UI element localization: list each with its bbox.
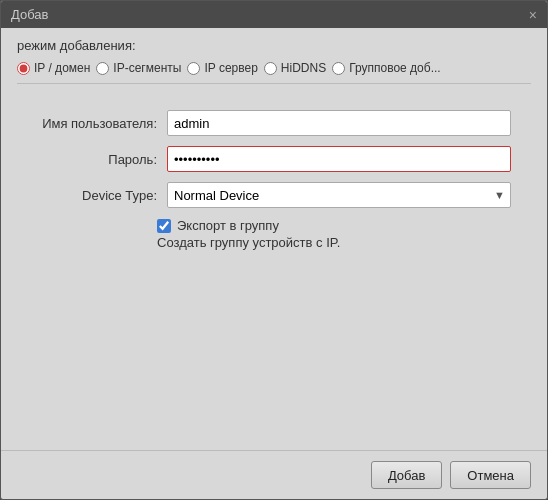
radio-ip-segment[interactable]: IP-сегменты	[96, 61, 181, 75]
device-type-row: Device Type: Normal Device ▼	[37, 182, 511, 208]
radio-ip-server[interactable]: IP сервер	[187, 61, 257, 75]
username-row: Имя пользователя:	[37, 110, 511, 136]
form-area: Имя пользователя: Пароль: Device Type: N…	[17, 100, 531, 218]
dialog-footer: Добав Отмена	[1, 450, 547, 499]
radio-hiddns[interactable]: HiDDNS	[264, 61, 326, 75]
add-button[interactable]: Добав	[371, 461, 442, 489]
export-checkbox[interactable]	[157, 219, 171, 233]
username-input[interactable]	[167, 110, 511, 136]
radio-ip-domain-label: IP / домен	[34, 61, 90, 75]
password-label: Пароль:	[37, 152, 167, 167]
radio-group-add-label: Групповое доб...	[349, 61, 441, 75]
device-type-label: Device Type:	[37, 188, 167, 203]
radio-ip-server-label: IP сервер	[204, 61, 257, 75]
password-input[interactable]	[167, 146, 511, 172]
radio-hiddns-label: HiDDNS	[281, 61, 326, 75]
radio-row: IP / домен IP-сегменты IP сервер HiDDNS …	[17, 61, 531, 84]
export-checkbox-row: Экспорт в группу	[17, 218, 531, 233]
password-row: Пароль:	[37, 146, 511, 172]
username-label: Имя пользователя:	[37, 116, 167, 131]
radio-ip-segment-label: IP-сегменты	[113, 61, 181, 75]
create-group-link[interactable]: Создать группу устройств с IP.	[17, 235, 531, 250]
radio-group-add[interactable]: Групповое доб...	[332, 61, 441, 75]
title-bar: Добав ×	[1, 1, 547, 28]
device-type-wrapper: Normal Device ▼	[167, 182, 511, 208]
cancel-button[interactable]: Отмена	[450, 461, 531, 489]
dialog: Добав × режим добавления: IP / домен IP-…	[0, 0, 548, 500]
radio-ip-domain[interactable]: IP / домен	[17, 61, 90, 75]
device-type-select[interactable]: Normal Device	[167, 182, 511, 208]
close-button[interactable]: ×	[529, 8, 537, 22]
dialog-title: Добав	[11, 7, 48, 22]
dialog-body: режим добавления: IP / домен IP-сегменты…	[1, 28, 547, 450]
mode-label: режим добавления:	[17, 38, 531, 53]
export-checkbox-label: Экспорт в группу	[177, 218, 279, 233]
